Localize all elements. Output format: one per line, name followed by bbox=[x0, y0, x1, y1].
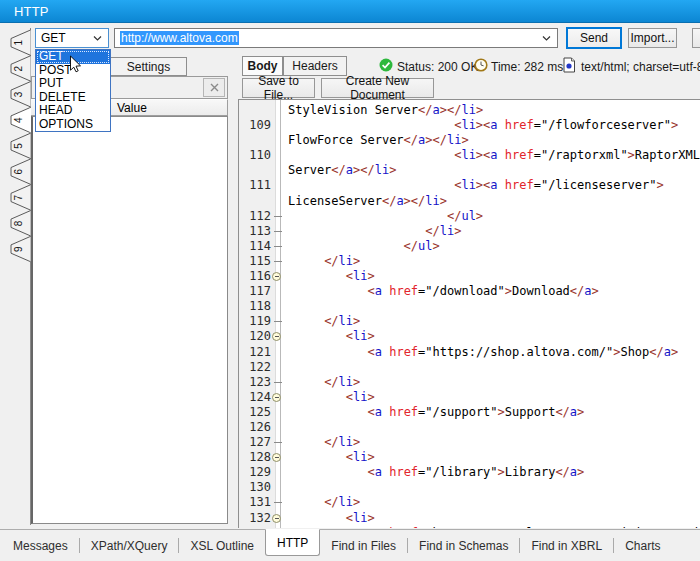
bottom-tab-charts[interactable]: Charts bbox=[614, 530, 671, 561]
code-line[interactable]: 113 </li> bbox=[239, 224, 700, 239]
code-line[interactable]: 110 <li><a href="/raptorxml">RaptorXML bbox=[239, 148, 700, 163]
method-option-head[interactable]: HEAD bbox=[36, 104, 110, 118]
bottom-tab-http[interactable]: HTTP bbox=[265, 529, 320, 556]
method-option-options[interactable]: OPTIONS bbox=[36, 118, 110, 132]
mouse-cursor-icon bbox=[69, 55, 82, 74]
code-line[interactable]: 122 bbox=[239, 360, 700, 375]
content-type-text: text/html; charset=utf-8 bbox=[581, 60, 700, 74]
method-option-put[interactable]: PUT bbox=[36, 77, 110, 91]
code-line[interactable]: 114 </ul> bbox=[239, 239, 700, 254]
code-text: </li> bbox=[288, 224, 461, 239]
code-line[interactable]: 119 </li> bbox=[239, 314, 700, 329]
code-text: </ul> bbox=[288, 209, 483, 224]
fold-end-tick bbox=[274, 321, 282, 322]
code-line[interactable]: 124 <li> bbox=[239, 390, 700, 405]
code-text: <a href="https://shop.altova.com/">Shop<… bbox=[288, 345, 678, 360]
fold-end-tick bbox=[274, 246, 282, 247]
code-line[interactable]: 123 </li> bbox=[239, 375, 700, 390]
bottom-tab-find-in-schemas[interactable]: Find in Schemas bbox=[408, 530, 519, 561]
line-number: 131 bbox=[239, 495, 271, 510]
code-line[interactable]: LicenseServer</a></li> bbox=[239, 194, 700, 209]
url-combobox[interactable]: http://www.altova.com bbox=[114, 28, 558, 48]
document-type-icon[interactable] bbox=[563, 57, 576, 73]
import-button[interactable]: Import... bbox=[628, 28, 677, 48]
bottom-tab-xpath-xquery[interactable]: XPath/XQuery bbox=[80, 530, 179, 561]
bottom-tab-find-in-files[interactable]: Find in Files bbox=[320, 530, 407, 561]
request-tab-7[interactable]: 7 bbox=[11, 185, 31, 210]
tab-body[interactable]: Body bbox=[242, 56, 283, 76]
request-tab-1[interactable]: 1 bbox=[11, 30, 31, 55]
code-text: FlowForce Server</a></li> bbox=[288, 133, 469, 148]
code-line[interactable]: 120 <li> bbox=[239, 329, 700, 344]
send-button[interactable]: Send bbox=[566, 27, 622, 49]
code-text: <a href="https://www.altova.com/training… bbox=[288, 526, 700, 528]
line-number bbox=[239, 163, 271, 178]
request-tab-2[interactable]: 2 bbox=[11, 56, 31, 81]
fold-collapse-icon[interactable] bbox=[272, 272, 281, 281]
line-number: 119 bbox=[239, 314, 271, 329]
code-line[interactable]: 112 </ul> bbox=[239, 209, 700, 224]
code-line[interactable]: 111 <li><a href="/licenseserver"> bbox=[239, 178, 700, 193]
headers-tab-label: Headers bbox=[292, 59, 337, 73]
code-line[interactable]: 126 bbox=[239, 420, 700, 435]
tab-settings[interactable]: Settings bbox=[110, 57, 187, 76]
svg-text:8: 8 bbox=[13, 220, 24, 226]
window-titlebar[interactable]: HTTP bbox=[0, 0, 700, 23]
code-line[interactable]: 109 <li><a href="/flowforceserver"> bbox=[239, 118, 700, 133]
code-line[interactable]: 115 </li> bbox=[239, 254, 700, 269]
chevron-down-icon[interactable] bbox=[542, 36, 551, 41]
bottom-tab-find-in-xbrl[interactable]: Find in XBRL bbox=[520, 530, 613, 561]
request-tab-9[interactable]: 9 bbox=[11, 236, 31, 261]
code-line[interactable]: 117 <a href="/download">Download</a> bbox=[239, 284, 700, 299]
request-tab-4[interactable]: 4 bbox=[11, 107, 32, 132]
line-number: 129 bbox=[239, 465, 271, 480]
request-tab-8[interactable]: 8 bbox=[11, 211, 31, 236]
chevron-down-icon bbox=[93, 36, 102, 41]
fold-collapse-icon[interactable] bbox=[272, 514, 281, 523]
clear-button[interactable] bbox=[203, 78, 225, 97]
code-line[interactable]: 121 <a href="https://shop.altova.com/">S… bbox=[239, 345, 700, 360]
line-number: 110 bbox=[239, 148, 271, 163]
clipped-button[interactable] bbox=[692, 28, 700, 48]
save-to-file-button[interactable]: Save to File... bbox=[242, 78, 315, 98]
bottom-tab-messages[interactable]: Messages bbox=[2, 530, 79, 561]
line-number: 120 bbox=[239, 329, 271, 344]
parameter-grid[interactable] bbox=[31, 116, 228, 524]
code-text: </li> bbox=[288, 254, 360, 269]
code-line[interactable]: 131 </li> bbox=[239, 495, 700, 510]
code-line[interactable]: Server</a></li> bbox=[239, 163, 700, 178]
line-number bbox=[239, 133, 271, 148]
fold-collapse-icon[interactable] bbox=[272, 393, 281, 402]
method-option-delete[interactable]: DELETE bbox=[36, 91, 110, 105]
code-line[interactable]: 132 <li> bbox=[239, 511, 700, 526]
method-value: GET bbox=[41, 31, 66, 45]
response-body-editor[interactable]: StyleVision Server</a></li>109 <li><a hr… bbox=[238, 99, 700, 528]
url-value[interactable]: http://www.altova.com bbox=[120, 31, 239, 45]
value-column-label: Value bbox=[117, 101, 147, 115]
line-number: 115 bbox=[239, 254, 271, 269]
code-line[interactable]: StyleVision Server</a></li> bbox=[239, 103, 700, 118]
code-line[interactable]: <a href="https://www.altova.com/training… bbox=[239, 526, 700, 528]
fold-end-tick bbox=[274, 442, 282, 443]
code-text: </ul> bbox=[288, 239, 440, 254]
code-line[interactable]: 128 <li> bbox=[239, 450, 700, 465]
code-line[interactable]: 127 </li> bbox=[239, 435, 700, 450]
fold-collapse-icon[interactable] bbox=[272, 332, 281, 341]
code-line[interactable]: 125 <a href="/support">Support</a> bbox=[239, 405, 700, 420]
code-text: <li> bbox=[288, 511, 375, 526]
request-tab-3[interactable]: 3 bbox=[11, 82, 31, 107]
bottom-tab-xsl-outline[interactable]: XSL Outline bbox=[179, 530, 265, 561]
fold-collapse-icon[interactable] bbox=[272, 453, 281, 462]
code-line[interactable]: 129 <a href="/library">Library</a> bbox=[239, 465, 700, 480]
tab-headers[interactable]: Headers bbox=[283, 56, 347, 76]
method-combobox[interactable]: GET bbox=[35, 28, 109, 48]
value-column-header[interactable]: Value bbox=[111, 99, 228, 116]
code-line[interactable]: 116 <li> bbox=[239, 269, 700, 284]
code-line[interactable]: 130 bbox=[239, 480, 700, 495]
create-new-document-button[interactable]: Create New Document bbox=[321, 78, 434, 98]
code-line[interactable]: FlowForce Server</a></li> bbox=[239, 133, 700, 148]
request-tab-6[interactable]: 6 bbox=[11, 159, 31, 184]
code-line[interactable]: 118 bbox=[239, 299, 700, 314]
http-output-window: { "window": { "title": "HTTP" }, "reques… bbox=[0, 0, 700, 561]
request-tab-5[interactable]: 5 bbox=[11, 133, 31, 158]
